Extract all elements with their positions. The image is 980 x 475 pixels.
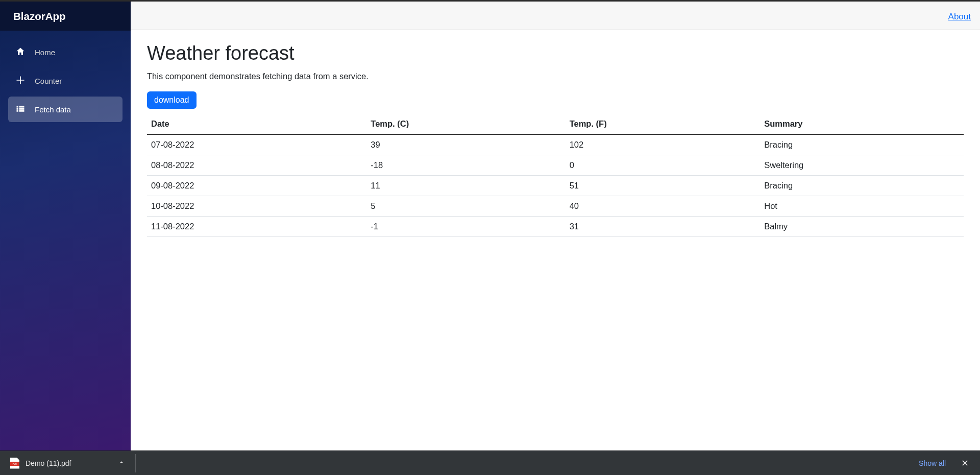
cell-temp-f: 0	[566, 155, 761, 176]
cell-summary: Bracing	[760, 176, 964, 196]
sidebar-nav: Home Counter Fetch data	[0, 31, 131, 124]
sidebar-item-counter[interactable]: Counter	[8, 68, 122, 93]
table-row: 09-08-2022 11 51 Bracing	[147, 176, 964, 196]
page-title: Weather forecast	[147, 42, 964, 64]
cell-date: 10-08-2022	[147, 196, 366, 217]
cell-temp-c: 11	[366, 176, 565, 196]
home-icon	[15, 46, 26, 58]
cell-summary: Hot	[760, 196, 964, 217]
col-date: Date	[147, 114, 366, 134]
cell-temp-c: -1	[366, 217, 565, 237]
cell-temp-c: 39	[366, 134, 565, 155]
cell-date: 08-08-2022	[147, 155, 366, 176]
cell-date: 07-08-2022	[147, 134, 366, 155]
topbar: About	[131, 2, 980, 30]
show-all-link[interactable]: Show all	[919, 459, 946, 467]
forecast-table: Date Temp. (C) Temp. (F) Summary 07-08-2…	[147, 114, 964, 237]
cell-summary: Sweltering	[760, 155, 964, 176]
cell-temp-f: 51	[566, 176, 761, 196]
sidebar-item-fetch-data[interactable]: Fetch data	[8, 97, 122, 122]
table-row: 11-08-2022 -1 31 Balmy	[147, 217, 964, 237]
app-title: BlazorApp	[0, 2, 131, 31]
cell-temp-c: -18	[366, 155, 565, 176]
sidebar-item-label: Fetch data	[35, 105, 71, 114]
cell-temp-f: 102	[566, 134, 761, 155]
plus-icon	[15, 75, 26, 87]
download-file-name: Demo (11).pdf	[26, 459, 71, 467]
col-summary: Summary	[760, 114, 964, 134]
chevron-up-icon[interactable]	[118, 459, 125, 467]
cell-temp-f: 31	[566, 217, 761, 237]
main-content: Weather forecast This component demonstr…	[131, 30, 980, 450]
close-icon[interactable]: ✕	[958, 456, 972, 471]
cell-summary: Bracing	[760, 134, 964, 155]
cell-date: 09-08-2022	[147, 176, 366, 196]
cell-date: 11-08-2022	[147, 217, 366, 237]
sidebar-item-label: Counter	[35, 77, 62, 85]
download-button[interactable]: download	[147, 91, 197, 109]
page-description: This component demonstrates fetching dat…	[147, 72, 964, 81]
cell-summary: Balmy	[760, 217, 964, 237]
cell-temp-c: 5	[366, 196, 565, 217]
cell-temp-f: 40	[566, 196, 761, 217]
sidebar-item-home[interactable]: Home	[8, 39, 122, 65]
sidebar: BlazorApp Home Counter Fetch data	[0, 2, 131, 450]
list-icon	[15, 104, 26, 115]
about-link[interactable]: About	[948, 12, 971, 22]
col-temp-c: Temp. (C)	[366, 114, 565, 134]
table-row: 07-08-2022 39 102 Bracing	[147, 134, 964, 155]
download-chip[interactable]: Demo (11).pdf	[8, 454, 136, 472]
col-temp-f: Temp. (F)	[566, 114, 761, 134]
table-row: 10-08-2022 5 40 Hot	[147, 196, 964, 217]
sidebar-item-label: Home	[35, 48, 55, 57]
table-row: 08-08-2022 -18 0 Sweltering	[147, 155, 964, 176]
pdf-icon	[10, 458, 19, 469]
download-bar: Demo (11).pdf Show all ✕	[0, 450, 980, 475]
